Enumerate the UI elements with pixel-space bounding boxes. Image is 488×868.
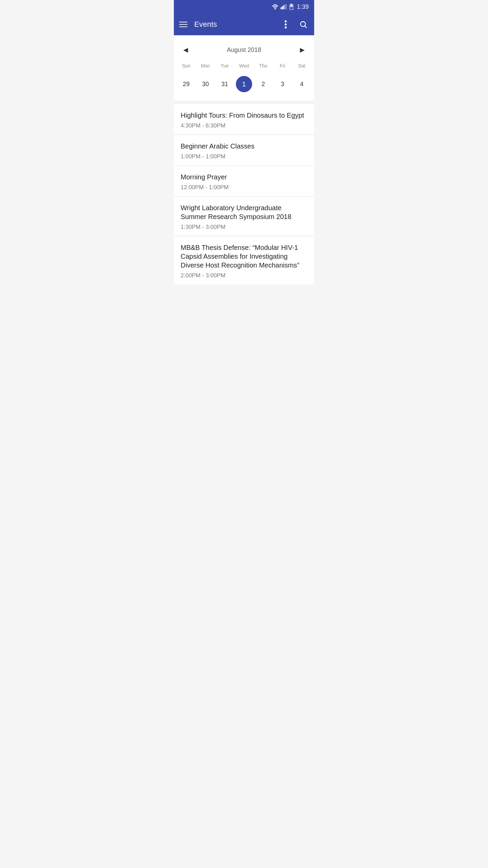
svg-point-0 [274,8,276,9]
calendar-week-row: 29 30 31 1 2 3 4 [174,73,314,96]
event-time-5: 2:00PM - 3:00PM [181,272,307,279]
day-header-sat: Sat [292,62,311,70]
calendar-day-31[interactable]: 31 [215,73,235,96]
events-list: Highlight Tours: From Dinosaurs to Egypt… [174,104,314,284]
svg-rect-3 [283,5,284,9]
status-bar: ⚡ 1:39 [174,0,314,14]
more-options-button[interactable] [280,19,291,30]
battery-icon: ⚡ [289,4,294,10]
svg-point-12 [285,26,287,28]
menu-button[interactable] [179,22,187,27]
event-item-1[interactable]: Highlight Tours: From Dinosaurs to Egypt… [174,104,314,135]
event-title-3: Morning Prayer [181,173,307,181]
svg-rect-5 [286,4,287,9]
event-title-2: Beginner Arabic Classes [181,142,307,151]
event-title-5: MB&B Thesis Defense: “Modular HIV-1 Caps… [181,243,307,270]
section-divider [174,101,314,101]
status-icons: ⚡ [272,4,294,10]
calendar-day-30[interactable]: 30 [196,73,215,96]
search-button[interactable] [298,19,309,30]
svg-rect-2 [282,6,283,9]
wifi-icon [272,4,279,9]
month-label: August 2018 [227,46,261,54]
event-title-1: Highlight Tours: From Dinosaurs to Egypt [181,111,307,120]
svg-rect-1 [281,7,282,9]
signal-icon [281,4,287,9]
day-headers: Sun Mon Tue Wed Thu Fri Sat [174,62,314,70]
svg-point-13 [301,22,306,27]
event-item-4[interactable]: Wright Laboratory Undergraduate Summer R… [174,197,314,236]
month-navigation: ◀ August 2018 ▶ [174,41,314,62]
svg-point-10 [285,20,287,22]
app-bar: Events [174,14,314,35]
calendar-day-1[interactable]: 1 [235,73,254,96]
day-header-mon: Mon [196,62,215,70]
event-item-5[interactable]: MB&B Thesis Defense: “Modular HIV-1 Caps… [174,236,314,284]
status-time: 1:39 [297,3,309,11]
event-time-2: 1:00PM - 1:00PM [181,153,307,160]
next-month-button[interactable]: ▶ [297,43,307,56]
event-time-1: 4:30PM - 6:30PM [181,122,307,129]
day-header-wed: Wed [235,62,254,70]
prev-month-button[interactable]: ◀ [181,43,191,56]
event-time-4: 1:30PM - 3:00PM [181,224,307,231]
calendar-day-3[interactable]: 3 [273,73,292,96]
event-item-3[interactable]: Morning Prayer 12:00PM - 1:00PM [174,166,314,197]
app-title: Events [194,20,280,29]
svg-point-11 [285,23,287,25]
day-header-tue: Tue [215,62,235,70]
calendar-day-4[interactable]: 4 [292,73,311,96]
app-bar-actions [280,19,309,30]
event-item-2[interactable]: Beginner Arabic Classes 1:00PM - 1:00PM [174,135,314,166]
svg-rect-7 [290,4,292,4]
svg-rect-4 [284,4,285,9]
svg-text:⚡: ⚡ [290,5,293,8]
event-title-4: Wright Laboratory Undergraduate Summer R… [181,203,307,221]
day-header-sun: Sun [177,62,196,70]
day-header-thu: Thu [253,62,273,70]
calendar-day-29[interactable]: 29 [177,73,196,96]
svg-line-14 [305,26,307,28]
calendar-day-2[interactable]: 2 [253,73,273,96]
calendar-section: ◀ August 2018 ▶ Sun Mon Tue Wed Thu Fri … [174,35,314,101]
event-time-3: 12:00PM - 1:00PM [181,184,307,191]
day-header-fri: Fri [273,62,292,70]
